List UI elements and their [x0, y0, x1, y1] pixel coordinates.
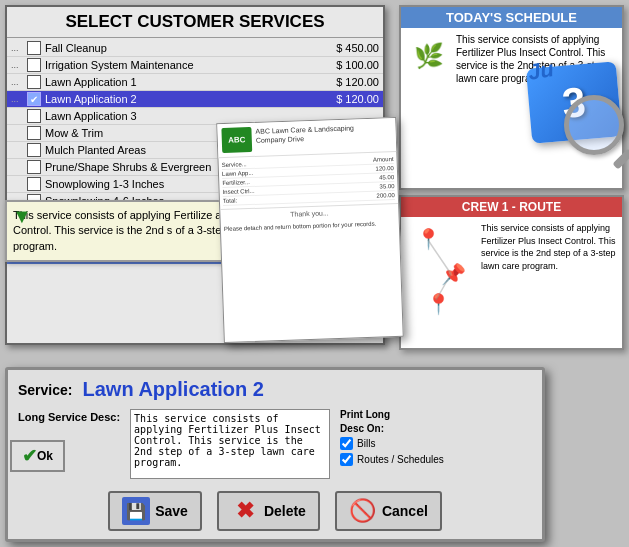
magnifier-icon [564, 95, 624, 155]
schedule-title: TODAY'S SCHEDULE [401, 7, 622, 28]
dialog-buttons: 💾 Save ✖ Delete 🚫 Cancel [8, 483, 542, 539]
service-name-value: Lawn Application 2 [82, 378, 264, 401]
route-title: CREW 1 - ROUTE [401, 197, 622, 217]
service-name: Lawn Application 2 [45, 93, 329, 105]
main-title: SELECT CUSTOMER SERVICES [7, 7, 383, 38]
service-item[interactable]: ...Fall Cleanup$ 450.00 [7, 40, 383, 57]
dialog-service-row: Service: Lawn Application 2 [8, 370, 542, 405]
print-bills-label: Bills [357, 438, 375, 449]
service-checkbox[interactable]: ✔ [27, 92, 41, 106]
service-name: Fall Cleanup [45, 42, 329, 54]
service-checkbox[interactable] [27, 177, 41, 191]
print-routes-option[interactable]: Routes / Schedules [340, 453, 444, 466]
cancel-button[interactable]: 🚫 Cancel [335, 491, 442, 531]
service-dialog: Service: Lawn Application 2 Long Service… [5, 367, 545, 542]
long-desc-textarea[interactable] [130, 409, 330, 479]
company-logo: ABC [221, 127, 252, 153]
save-label: Save [155, 503, 188, 519]
print-bills-option[interactable]: Bills [340, 437, 444, 450]
print-long-desc-label2: Desc On: [340, 423, 444, 434]
service-dots: ... [11, 43, 27, 53]
service-dots: ... [11, 94, 27, 104]
service-checkbox[interactable] [27, 143, 41, 157]
delete-label: Delete [264, 503, 306, 519]
service-checkbox[interactable] [27, 109, 41, 123]
cancel-label: Cancel [382, 503, 428, 519]
schedule-icon: 🌿 [406, 33, 451, 78]
service-checkbox[interactable] [27, 126, 41, 140]
dialog-main-section: Long Service Desc: Print Long Desc On: B… [8, 405, 542, 483]
service-name: Lawn Application 1 [45, 76, 329, 88]
service-checkbox[interactable] [27, 75, 41, 89]
delete-icon: ✖ [231, 497, 259, 525]
print-long-desc-label: Print Long [340, 409, 444, 420]
print-options-section: Print Long Desc On: Bills Routes / Sched… [340, 409, 444, 479]
service-checkbox[interactable] [27, 41, 41, 55]
ok-label: Ok [37, 449, 53, 463]
calendar-month-label: Ju [528, 58, 554, 84]
arrow-down-icon: ▼ [12, 205, 32, 228]
crew-route-panel: CREW 1 - ROUTE 📍 📌 📍 This service consis… [399, 195, 624, 350]
route-content: 📍 📌 📍 This service consists of applying … [401, 217, 622, 342]
service-price: $ 450.00 [329, 42, 379, 54]
ok-button[interactable]: ✔ Ok [10, 440, 65, 472]
service-dots: ... [11, 60, 27, 70]
route-pins-area: 📍 📌 📍 [406, 222, 476, 337]
service-price: $ 120.00 [329, 93, 379, 105]
service-label: Service: [18, 382, 72, 398]
service-checkbox[interactable] [27, 160, 41, 174]
save-icon: 💾 [122, 497, 150, 525]
invoice-panel: ABC ABC Lawn Care & Landscaping Company … [216, 117, 404, 343]
company-info: ABC Lawn Care & Landscaping Company Driv… [255, 123, 354, 145]
save-button[interactable]: 💾 Save [108, 491, 202, 531]
svg-line-1 [436, 274, 451, 300]
service-item[interactable]: ...Lawn Application 1$ 120.00 [7, 74, 383, 91]
service-name: Irrigation System Maintenance [45, 59, 329, 71]
delete-button[interactable]: ✖ Delete [217, 491, 320, 531]
service-dots: ... [11, 77, 27, 87]
svg-line-0 [428, 240, 451, 274]
cancel-icon: 🚫 [349, 497, 377, 525]
print-bills-checkbox[interactable] [340, 437, 353, 450]
service-price: $ 100.00 [329, 59, 379, 71]
service-checkbox[interactable] [27, 58, 41, 72]
print-routes-label: Routes / Schedules [357, 454, 444, 465]
service-item[interactable]: ...✔Lawn Application 2$ 120.00 [7, 91, 383, 108]
service-item[interactable]: ...Irrigation System Maintenance$ 100.00 [7, 57, 383, 74]
service-price: $ 120.00 [329, 76, 379, 88]
route-description: This service consists of applying Fertil… [481, 222, 617, 337]
print-routes-checkbox[interactable] [340, 453, 353, 466]
ok-checkmark-icon: ✔ [22, 445, 37, 467]
invoice-body: Service...Amount Lawn App...120.00 Ferti… [218, 152, 398, 209]
